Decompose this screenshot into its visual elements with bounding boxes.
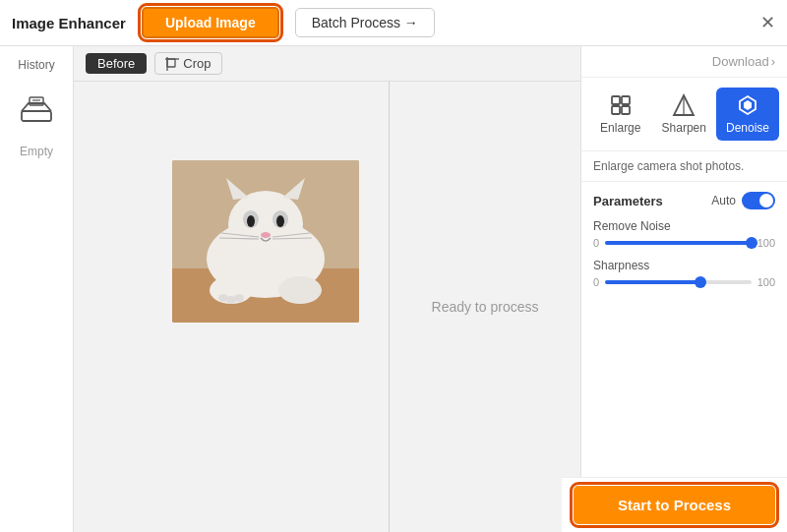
svg-point-23 [278,276,322,304]
sidebar: History Empty [0,46,74,532]
right-panel: Ready to process [390,82,580,532]
start-process-button[interactable]: Start to Process [574,486,775,524]
svg-point-16 [276,215,284,227]
uploaded-image [172,160,359,323]
sharp-thumb[interactable] [695,276,706,288]
sidebar-empty-label: Empty [20,145,53,158]
canvas-content: Ready to process [74,82,580,532]
chevron-right-icon: › [771,54,775,69]
crop-button[interactable]: Crop [154,52,221,75]
denoise-icon [736,93,759,117]
main-layout: History Empty Before Crop [0,46,787,532]
denoise-tool[interactable]: Denoise [716,88,779,141]
sharp-min: 0 [593,276,599,288]
upload-image-button[interactable]: Upload Image [142,7,279,38]
before-button[interactable]: Before [86,53,147,74]
tools-panel: Download › Enlarge Sh [580,46,787,532]
remove-noise-label: Remove Noise [593,219,775,233]
sharp-max: 100 [757,276,775,288]
enlarge-label: Enlarge [600,121,640,135]
crop-icon [165,57,179,71]
cat-svg [172,160,359,323]
auto-toggle[interactable] [742,192,775,209]
svg-rect-4 [167,59,175,67]
params-auto: Auto [711,192,775,209]
tool-description: Enlarge camera shot photos. [581,151,787,182]
params-label: Parameters [593,194,663,208]
svg-rect-0 [22,111,51,121]
svg-rect-29 [612,106,620,114]
app-title: Image Enhancer [12,15,126,31]
sharpen-label: Sharpen [662,121,706,135]
sharpness-slider-row: 0 100 [593,276,775,288]
sharpness-slider-section: Sharpness 0 100 [593,259,775,288]
tool-icons-row: Enlarge Sharpen Denoise [581,78,787,151]
svg-point-10 [228,191,303,258]
svg-point-15 [247,215,255,227]
params-header: Parameters Auto [593,192,775,209]
history-icon [16,88,57,129]
svg-rect-30 [622,106,630,114]
batch-process-button[interactable]: Batch Process → [295,8,435,37]
canvas-area: Before Crop [74,46,580,532]
noise-max: 100 [757,237,775,249]
ready-to-process-text: Ready to process [432,299,539,315]
left-panel [74,82,389,532]
sharp-fill [605,280,700,284]
svg-point-17 [261,232,271,238]
title-bar: Image Enhancer Upload Image Batch Proces… [0,0,787,46]
sharpen-tool[interactable]: Sharpen [652,88,716,141]
sharpen-icon [672,93,696,117]
auto-label: Auto [711,194,736,207]
tools-header: Download › [581,46,787,78]
remove-noise-slider-row: 0 100 [593,237,775,249]
title-bar-left: Image Enhancer Upload Image Batch Proces… [12,7,435,38]
sharpness-track[interactable] [605,280,752,284]
noise-fill [605,241,752,245]
svg-rect-27 [612,96,620,104]
remove-noise-track[interactable] [605,241,752,245]
params-section: Parameters Auto Remove Noise 0 100 [581,182,787,308]
svg-point-26 [234,294,244,302]
enlarge-icon [609,93,633,117]
download-button[interactable]: Download › [712,54,775,69]
noise-thumb[interactable] [746,237,757,249]
remove-noise-slider-section: Remove Noise 0 100 [593,219,775,249]
denoise-label: Denoise [726,121,769,135]
svg-rect-28 [622,96,630,104]
bottom-bar: Start to Process [562,477,787,532]
enlarge-tool[interactable]: Enlarge [589,88,652,141]
toolbar-bar: Before Crop [74,46,580,82]
noise-min: 0 [593,237,599,249]
sharpness-label: Sharpness [593,259,775,272]
close-button[interactable]: ✕ [760,12,775,33]
sidebar-history-label: History [18,58,54,72]
